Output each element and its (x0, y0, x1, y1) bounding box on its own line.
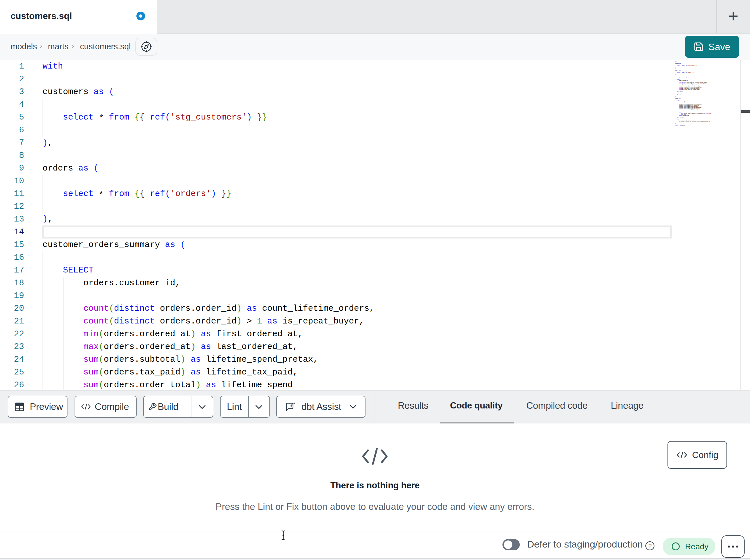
svg-text:?: ? (648, 542, 652, 549)
